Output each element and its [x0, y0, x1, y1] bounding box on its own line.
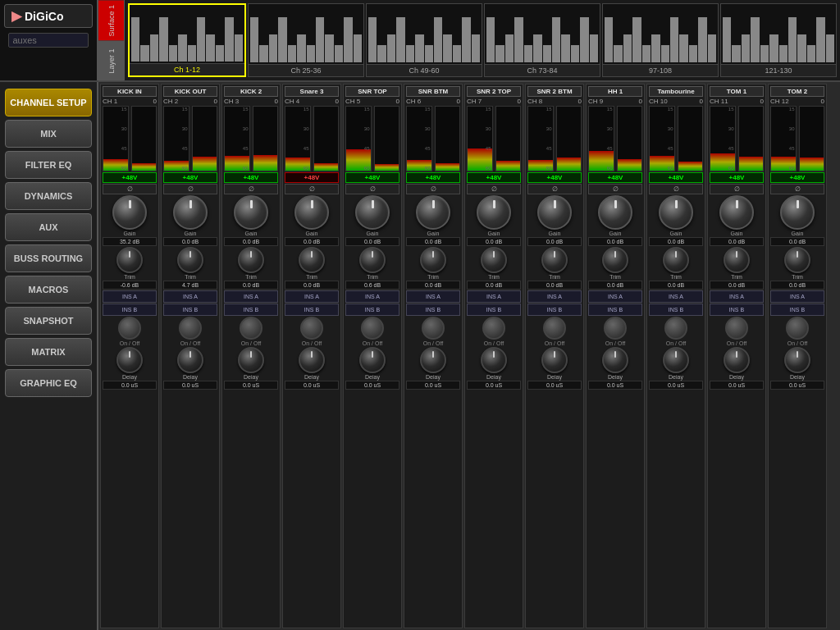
gain-value[interactable]: 35.2 dB [103, 237, 157, 246]
ins-a-btn[interactable]: INS A [588, 290, 642, 303]
delay-knob[interactable] [116, 347, 143, 373]
sidebar-btn-matrix[interactable]: MATRIX [5, 338, 92, 366]
onoff-knob[interactable] [300, 317, 323, 340]
trim-knob[interactable] [420, 247, 446, 273]
gain-value[interactable]: 0.0 dB [285, 237, 339, 246]
gain-knob[interactable] [234, 195, 268, 230]
ins-b-btn[interactable]: INS B [285, 304, 339, 316]
trim-value[interactable]: -0.6 dB [103, 281, 157, 290]
gain-value[interactable]: 0.0 dB [224, 237, 278, 246]
phantom-btn[interactable]: +48V [649, 172, 703, 183]
trim-knob[interactable] [663, 247, 689, 273]
overview-group-ch97-108[interactable]: 97-108 [602, 3, 719, 77]
phantom-btn[interactable]: +48V [467, 172, 521, 183]
delay-value[interactable]: 0.0 uS [588, 381, 642, 390]
onoff-knob[interactable] [361, 317, 384, 340]
onoff-knob[interactable] [118, 317, 141, 340]
gain-value[interactable]: 0.0 dB [406, 237, 460, 246]
gain-knob[interactable] [598, 195, 632, 230]
gain-knob[interactable] [355, 195, 390, 230]
delay-knob[interactable] [602, 347, 628, 373]
delay-knob[interactable] [238, 347, 264, 373]
delay-value[interactable]: 0.0 uS [770, 381, 824, 390]
ins-b-btn[interactable]: INS B [224, 304, 278, 316]
phantom-btn[interactable]: +48V [224, 172, 278, 183]
trim-knob[interactable] [238, 247, 264, 273]
delay-knob[interactable] [420, 347, 446, 373]
gain-value[interactable]: 0.0 dB [163, 237, 217, 246]
ins-a-btn[interactable]: INS A [103, 290, 157, 303]
delay-value[interactable]: 0.0 uS [103, 381, 157, 390]
onoff-knob[interactable] [543, 317, 566, 340]
phantom-btn[interactable]: +48V [527, 172, 582, 183]
sidebar-btn-mix[interactable]: MIX [5, 120, 92, 148]
gain-value[interactable]: 0.0 dB [710, 237, 764, 246]
gain-knob[interactable] [719, 195, 754, 230]
ins-b-btn[interactable]: INS B [406, 304, 460, 316]
trim-value[interactable]: 0.0 dB [285, 281, 339, 290]
sidebar-btn-macros[interactable]: MACROS [5, 276, 92, 304]
trim-value[interactable]: 0.0 dB [588, 281, 642, 290]
trim-value[interactable]: 0.0 dB [224, 281, 278, 290]
ins-a-btn[interactable]: INS A [649, 290, 703, 303]
sidebar-btn-aux[interactable]: AUX [5, 213, 92, 241]
phantom-btn[interactable]: +48V [103, 172, 157, 183]
gain-knob[interactable] [173, 195, 208, 230]
phantom-btn[interactable]: +48V [588, 172, 642, 183]
ins-a-btn[interactable]: INS A [163, 290, 217, 303]
delay-knob[interactable] [784, 347, 810, 373]
gain-value[interactable]: 0.0 dB [649, 237, 703, 246]
trim-knob[interactable] [116, 247, 143, 273]
phantom-btn[interactable]: +48V [406, 172, 460, 183]
delay-knob[interactable] [481, 347, 507, 373]
ins-b-btn[interactable]: INS B [345, 304, 399, 316]
overview-group-ch73-84[interactable]: Ch 73-84 [484, 3, 600, 77]
ins-b-btn[interactable]: INS B [710, 304, 764, 316]
gain-value[interactable]: 0.0 dB [345, 237, 399, 246]
ins-a-btn[interactable]: INS A [467, 290, 521, 303]
sidebar-btn-snapshot[interactable]: SNAPSHOT [5, 307, 92, 335]
trim-knob[interactable] [724, 247, 750, 273]
trim-value[interactable]: 0.0 dB [467, 281, 521, 290]
delay-knob[interactable] [663, 347, 689, 373]
ins-a-btn[interactable]: INS A [710, 290, 764, 303]
phase-btn[interactable]: ∅ [649, 184, 703, 194]
ins-a-btn[interactable]: INS A [527, 290, 582, 303]
phase-btn[interactable]: ∅ [345, 184, 399, 194]
phase-btn[interactable]: ∅ [103, 184, 157, 194]
ins-b-btn[interactable]: INS B [588, 304, 642, 316]
onoff-knob[interactable] [482, 317, 505, 340]
gain-knob[interactable] [416, 195, 450, 230]
phase-btn[interactable]: ∅ [285, 184, 339, 194]
delay-value[interactable]: 0.0 uS [527, 381, 582, 390]
phase-btn[interactable]: ∅ [770, 184, 824, 194]
trim-knob[interactable] [784, 247, 810, 273]
trim-knob[interactable] [177, 247, 203, 273]
trim-value[interactable]: 0.0 dB [770, 281, 824, 290]
overview-group-ch1-12[interactable]: Ch 1-12 [128, 3, 246, 77]
trim-value[interactable]: 0.0 dB [406, 281, 460, 290]
delay-value[interactable]: 0.0 uS [163, 381, 217, 390]
phase-btn[interactable]: ∅ [163, 184, 217, 194]
ins-a-btn[interactable]: INS A [406, 290, 460, 303]
gain-value[interactable]: 0.0 dB [527, 237, 582, 246]
sidebar-btn-buss-routing[interactable]: BUSS ROUTING [5, 244, 92, 272]
sidebar-btn-graphic-eq[interactable]: GRAPHIC EQ [5, 369, 92, 397]
gain-knob[interactable] [537, 195, 572, 230]
delay-knob[interactable] [299, 347, 325, 373]
ins-b-btn[interactable]: INS B [103, 304, 157, 316]
overview-group-ch25-36[interactable]: Ch 25-36 [248, 3, 364, 77]
delay-value[interactable]: 0.0 uS [649, 381, 703, 390]
ins-a-btn[interactable]: INS A [770, 290, 824, 303]
auxes-input[interactable] [8, 33, 88, 48]
sidebar-btn-filter-eq[interactable]: FILTER EQ [5, 151, 92, 179]
ins-b-btn[interactable]: INS B [527, 304, 582, 316]
trim-value[interactable]: 0.0 dB [710, 281, 764, 290]
phase-btn[interactable]: ∅ [224, 184, 278, 194]
gain-knob[interactable] [659, 195, 693, 230]
phase-btn[interactable]: ∅ [710, 184, 764, 194]
layer-tab[interactable]: Layer 1 [98, 41, 124, 81]
delay-value[interactable]: 0.0 uS [285, 381, 339, 390]
trim-value[interactable]: 0.0 dB [527, 281, 582, 290]
gain-knob[interactable] [477, 195, 511, 230]
